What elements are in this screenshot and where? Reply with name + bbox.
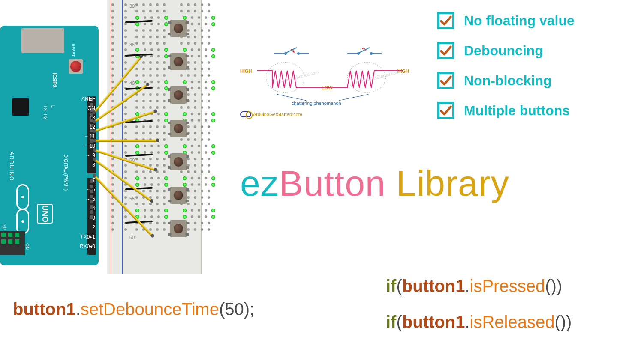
chatter-caption: chattering phenomenon <box>292 101 341 106</box>
row-label: 40 <box>129 81 135 86</box>
feature-text: Multiple buttons <box>464 103 570 119</box>
high-label: HIGH <box>240 69 252 74</box>
arrow-line <box>277 94 307 101</box>
reset-label: RESET <box>71 44 75 57</box>
checkbox-icon <box>437 12 454 29</box>
switch-opening-icon <box>347 45 382 58</box>
feature-text: Non-blocking <box>464 73 551 89</box>
code-ispressed: if(button1.isPressed()) <box>386 277 562 296</box>
checkbox-icon <box>437 42 454 59</box>
checkbox-icon <box>437 72 454 89</box>
row-label: 60 <box>129 235 135 240</box>
library-title: ezButton Library <box>240 163 509 204</box>
tact-button-5 <box>170 153 187 170</box>
l-label: L <box>51 105 55 108</box>
row-label: 30 <box>129 3 135 9</box>
feature-item: No floating value <box>437 12 575 29</box>
feature-item: Multiple buttons <box>437 102 575 119</box>
row-label: 35 <box>129 42 135 47</box>
icsp-label: ICSP2 <box>51 73 57 88</box>
tact-button-6 <box>170 187 187 204</box>
arduino-board: RESET ICSP2 AREF GN 13 12 ~ 11 ~ 10 ~ 9 … <box>0 26 99 265</box>
tact-button-4 <box>170 120 187 137</box>
row-label: 55 <box>129 196 135 201</box>
feature-text: Debouncing <box>464 43 543 59</box>
usb-port <box>21 28 64 53</box>
feature-item: Debouncing <box>437 42 575 59</box>
title-part-library: Library <box>386 163 509 203</box>
tact-button-3 <box>170 86 187 104</box>
debounce-waveform <box>257 62 403 92</box>
sp-header: SP <box>0 231 25 255</box>
digital-label: DIGITAL (PWM~) <box>63 154 69 191</box>
brand-text: ArduinoGetStarted.com <box>253 112 302 117</box>
feature-item: Non-blocking <box>437 72 575 89</box>
on-label: ON <box>25 243 30 250</box>
switch-closing-icon <box>274 45 309 58</box>
infinity-icon <box>240 111 251 117</box>
ic-chip <box>12 98 29 116</box>
feature-text: No floating value <box>464 13 575 29</box>
code-isreleased: if(button1.isReleased()) <box>386 313 572 332</box>
svg-line-8 <box>359 48 370 53</box>
tact-button-2 <box>170 53 187 70</box>
brand-logo: ArduinoGetStarted.com <box>240 111 302 117</box>
pin-labels-bot: 7 ~ 6 ~ 5 4 ~ 3 2 TX0▸1 RX0◂0 <box>80 176 95 251</box>
title-part-button: Button <box>279 163 386 203</box>
bounce-diagram: HIGH HIGH LOW ArduinoGetStarted.com Ardu… <box>240 45 407 120</box>
arrow-line <box>339 94 369 101</box>
tact-button-7 <box>170 220 187 237</box>
feature-list: No floating value Debouncing Non-blockin… <box>437 12 575 132</box>
arduino-logo: ARDUINO UNO <box>16 184 29 234</box>
tact-button-1 <box>170 20 187 37</box>
rx-label: RX <box>43 114 48 120</box>
reset-button <box>69 59 83 74</box>
svg-marker-9 <box>362 48 364 50</box>
tx-label: TX <box>43 105 48 111</box>
wire-d10 <box>94 140 158 142</box>
checkbox-icon <box>437 102 454 119</box>
svg-line-2 <box>286 48 297 53</box>
code-setdebounce: button1.setDebounceTime(50); <box>13 300 254 319</box>
title-part-ez: ez <box>240 163 279 203</box>
